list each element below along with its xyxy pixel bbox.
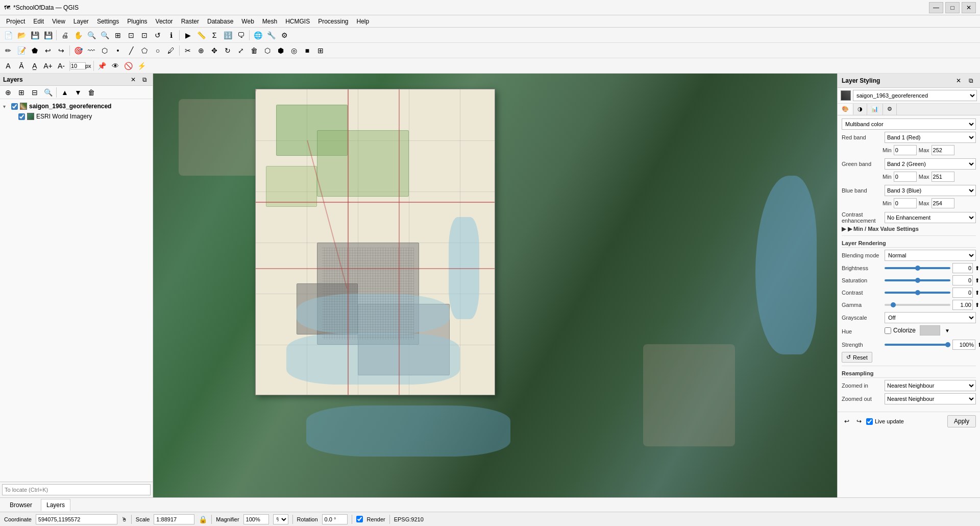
map-area[interactable] <box>153 74 837 497</box>
redo-style-button[interactable]: ↪ <box>854 416 864 426</box>
menu-processing[interactable]: Processing <box>314 15 352 27</box>
rotation-input[interactable] <box>322 514 348 524</box>
zoom-out-button[interactable]: 🔍 <box>99 29 111 41</box>
zoomed-out-select[interactable]: Nearest Neighbour Bilinear Cubic <box>885 393 976 404</box>
style-tab-histogram[interactable]: 📊 <box>867 104 883 115</box>
identify-button[interactable]: ℹ <box>165 29 177 41</box>
move-up-button[interactable]: ▲ <box>59 86 71 99</box>
fill-button[interactable]: ■ <box>301 44 313 57</box>
print-button[interactable]: 🖨 <box>59 29 71 41</box>
saturation-slider[interactable] <box>885 279 950 281</box>
zoomed-in-select[interactable]: Nearest Neighbour Bilinear Cubic <box>885 380 976 391</box>
label-btn3[interactable]: A̲ <box>29 60 41 72</box>
menu-vector[interactable]: Vector <box>152 15 177 27</box>
coordinate-input[interactable] <box>36 514 117 524</box>
new-project-button[interactable]: 📄 <box>2 29 14 41</box>
renderer-select[interactable]: Multiband color <box>842 118 976 130</box>
parts-button[interactable]: ⊞ <box>314 44 327 57</box>
line-button[interactable]: ╱ <box>125 44 137 57</box>
menu-database[interactable]: Database <box>203 15 237 27</box>
hue-arrow-down[interactable]: ▼ <box>942 325 952 336</box>
collapse-all-button[interactable]: ⊟ <box>29 86 41 99</box>
menu-plugins[interactable]: Plugins <box>123 15 151 27</box>
scale-input[interactable] <box>154 514 194 524</box>
red-max-input[interactable] <box>932 145 954 155</box>
blending-select[interactable]: Normal Multiply Screen Overlay <box>885 250 976 261</box>
menu-project[interactable]: Project <box>2 15 29 27</box>
split-button[interactable]: ✂ <box>182 44 194 57</box>
brightness-slider[interactable] <box>885 267 950 269</box>
label-btn1[interactable]: A <box>2 60 14 72</box>
filter-layers-button[interactable]: 🔍 <box>42 86 54 99</box>
zoom-layer-button[interactable]: ⊡ <box>125 29 137 41</box>
layers-float-button[interactable]: ⧉ <box>139 75 150 85</box>
styled-layer-select[interactable]: saigon_1963_georeferenced <box>853 90 977 101</box>
plugin1-button[interactable]: 🔧 <box>265 29 277 41</box>
apply-button[interactable]: Apply <box>947 415 976 427</box>
minimize-button[interactable]: — <box>929 2 943 13</box>
menu-edit[interactable]: Edit <box>29 15 48 27</box>
green-band-select[interactable]: Band 2 (Green) <box>885 158 976 170</box>
tab-browser[interactable]: Browser <box>4 499 38 511</box>
hue-color-swatch[interactable] <box>920 325 940 336</box>
label-show[interactable]: 👁 <box>109 60 121 72</box>
label-hide[interactable]: 🚫 <box>122 60 135 72</box>
move-button[interactable]: ✥ <box>208 44 220 57</box>
label-btn5[interactable]: A- <box>55 60 67 72</box>
reset-button[interactable]: ↺ Reset <box>842 352 872 363</box>
locate-input[interactable] <box>2 484 151 495</box>
gamma-slider[interactable] <box>885 304 950 306</box>
menu-layer[interactable]: Layer <box>69 15 93 27</box>
refresh-button[interactable]: ↺ <box>152 29 164 41</box>
menu-mesh[interactable]: Mesh <box>258 15 281 27</box>
menu-raster[interactable]: Raster <box>177 15 203 27</box>
label-btn2[interactable]: Ā <box>15 60 28 72</box>
magnifier-input[interactable] <box>243 514 269 524</box>
menu-web[interactable]: Web <box>237 15 258 27</box>
styling-close-button[interactable]: ✕ <box>953 76 964 86</box>
node-button[interactable]: ⬟ <box>29 44 41 57</box>
live-update-checkbox[interactable] <box>866 418 873 425</box>
style-tab-rendering[interactable]: ⚙ <box>883 104 897 115</box>
minmax-settings-toggle[interactable]: ▶ ▶ Min / Max Value Settings <box>842 226 976 232</box>
contrast-select[interactable]: No Enhancement Stretch to MinMax Stretch… <box>885 212 976 223</box>
undo-style-button[interactable]: ↩ <box>842 416 852 426</box>
red-min-input[interactable] <box>894 145 917 155</box>
saturation-spinbox[interactable] <box>952 275 973 285</box>
save-as-button[interactable]: 💾 <box>42 29 54 41</box>
magnifier-select[interactable]: % <box>273 514 288 524</box>
style-tab-symbology[interactable]: 🎨 <box>838 104 853 115</box>
brightness-spinbox[interactable] <box>952 263 973 273</box>
select-button[interactable]: ▶ <box>182 29 194 41</box>
strength-spinbox[interactable] <box>952 340 975 350</box>
move-down-button[interactable]: ▼ <box>72 86 84 99</box>
contrast-render-slider[interactable] <box>885 292 950 294</box>
osm-button[interactable]: 🌐 <box>252 29 264 41</box>
styling-float-button[interactable]: ⧉ <box>966 76 976 86</box>
polygon-button[interactable]: ⬠ <box>138 44 151 57</box>
layer-item-saigon[interactable]: ▾ saigon_1963_georeferenced <box>0 101 153 111</box>
label-btn4[interactable]: A+ <box>42 60 54 72</box>
layer-checkbox-esri[interactable] <box>18 113 25 120</box>
offset-button[interactable]: ⬢ <box>275 44 287 57</box>
plugin2-button[interactable]: ⚙ <box>278 29 290 41</box>
delete-button[interactable]: 🗑 <box>248 44 260 57</box>
render-checkbox[interactable] <box>356 516 363 522</box>
label-auto[interactable]: ⚡ <box>136 60 148 72</box>
red-band-select[interactable]: Band 1 (Red) <box>885 132 976 143</box>
style-tab-transparency[interactable]: ◑ <box>853 104 867 115</box>
rotate-button[interactable]: ↻ <box>222 44 234 57</box>
green-max-input[interactable] <box>932 172 954 182</box>
gamma-spinbox[interactable] <box>952 300 973 310</box>
measure-button[interactable]: 📏 <box>195 29 207 41</box>
undo-button[interactable]: ↩ <box>42 44 54 57</box>
zoom-in-button[interactable]: 🔍 <box>85 29 97 41</box>
strength-slider[interactable] <box>885 344 950 346</box>
circle-button[interactable]: ○ <box>152 44 164 57</box>
remove-layer-button[interactable]: 🗑 <box>85 86 97 99</box>
menu-help[interactable]: Help <box>353 15 374 27</box>
colorize-checkbox[interactable] <box>885 327 891 334</box>
geom-button[interactable]: ⬡ <box>99 44 111 57</box>
label-move-pin[interactable]: 📌 <box>96 60 108 72</box>
pan-map-button[interactable]: ✋ <box>72 29 84 41</box>
